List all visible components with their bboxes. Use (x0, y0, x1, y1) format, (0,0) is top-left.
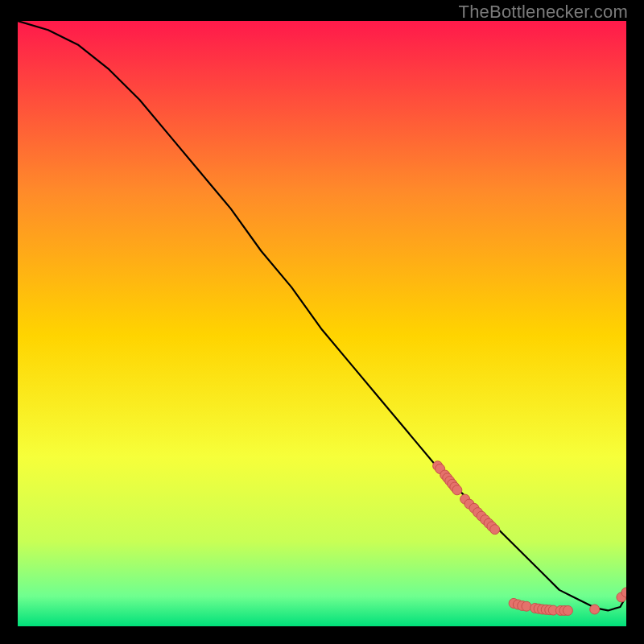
chart-plot (18, 21, 626, 626)
data-point (452, 485, 462, 495)
data-point (590, 605, 600, 614)
chart-container: TheBottlenecker.com (0, 0, 644, 644)
data-point (563, 605, 572, 615)
gradient-background (18, 21, 626, 626)
chart-svg (18, 21, 626, 626)
data-point (522, 601, 531, 611)
data-point (490, 525, 500, 535)
watermark-label: TheBottlenecker.com (459, 2, 628, 23)
